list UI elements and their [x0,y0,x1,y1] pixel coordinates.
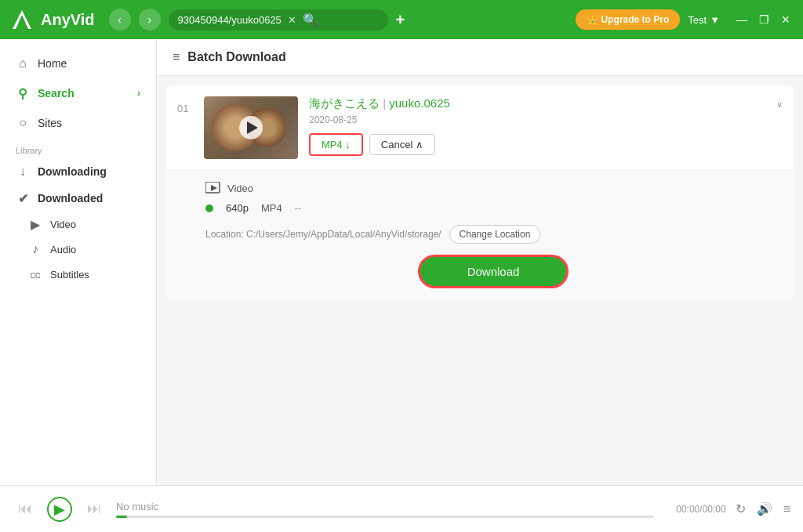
home-icon: ⌂ [16,56,30,71]
nav-back-button[interactable]: ‹ [109,9,131,31]
quality-row[interactable]: 640p MP4 -- [205,202,781,214]
active-tab[interactable]: 930450944/yuuko0625 ✕ 🔍 [169,9,388,31]
batch-icon: ≡ [173,50,180,64]
format-select-button[interactable]: MP4 ↓ [309,133,363,156]
play-button-overlay[interactable] [239,116,263,139]
sidebar-search-label: Search [38,87,74,100]
search-icon: ⚲ [16,86,30,100]
subtitles-icon: ㏄ [28,267,42,281]
upgrade-button[interactable]: 👑 Upgrade to Pro [576,9,681,30]
download-button[interactable]: Download [418,255,569,288]
logo-icon [9,7,35,32]
sidebar-item-search[interactable]: ⚲ Search › [0,78,156,108]
format-dropdown-panel: Video 640p MP4 -- Location: C:/Users/Jem… [166,170,794,301]
nav-forward-button[interactable]: › [139,9,161,31]
maximize-button[interactable]: ❐ [756,12,772,27]
download-button-wrapper: Download [205,255,781,288]
sidebar-sites-label: Sites [38,117,62,129]
media-actions: MP4 ↓ Cancel ∧ [309,133,765,156]
sidebar-subtitles-label: Subtitles [50,269,89,280]
sidebar-item-audio[interactable]: ♪ Audio [0,237,156,262]
logo: AnyVid [9,7,95,32]
media-top-row: 01 海がきこえる | yuuko.0625 [166,85,794,170]
minimize-button[interactable]: — [734,12,750,27]
player-track-title: No music [116,501,654,512]
sidebar-item-video[interactable]: ▶ Video [0,212,156,237]
media-title: 海がきこえる | yuuko.0625 [309,96,765,111]
chevron-down-icon: ▼ [710,14,720,26]
user-menu-button[interactable]: Test ▼ [688,14,720,26]
expand-icon[interactable]: ∨ [776,100,783,110]
dropdown-section-title: Video [205,182,781,194]
title-bar: AnyVid ‹ › 930450944/yuuko0625 ✕ 🔍 + 👑 U… [0,0,803,39]
tab-url: 930450944/yuuko0625 [178,14,282,26]
player-info: No music [116,501,654,518]
sidebar: ⌂ Home ⚲ Search › ○ Sites Library ↓ Down… [0,39,157,485]
player-time: 00:00/00:00 [663,504,726,515]
close-button[interactable]: ✕ [778,12,794,27]
sidebar-item-downloaded[interactable]: ✔ Downloaded [0,185,156,212]
sidebar-item-subtitles[interactable]: ㏄ Subtitles [0,262,156,287]
media-info: 海がきこえる | yuuko.0625 2020-08-25 MP4 ↓ Can… [309,96,765,156]
change-location-button[interactable]: Change Location [449,225,541,244]
video-type-icon [205,182,221,194]
sidebar-downloading-label: Downloading [38,165,107,178]
download-icon: ↓ [16,165,30,179]
sidebar-item-sites[interactable]: ○ Sites [0,108,156,138]
tab-search-button[interactable]: 🔍 [303,13,318,27]
content-header: ≡ Batch Download [157,39,803,76]
thumbnail[interactable] [204,96,298,159]
sidebar-downloaded-label: Downloaded [38,192,103,204]
media-date: 2020-08-25 [309,114,765,125]
main-layout: ⌂ Home ⚲ Search › ○ Sites Library ↓ Down… [0,39,803,485]
quality-label: 640p [226,202,249,214]
app-name: AnyVid [41,11,95,29]
nav-arrow-icon: › [137,88,140,99]
sidebar-video-label: Video [50,219,76,230]
quality-format: MP4 [261,202,282,214]
location-row: Location: C:/Users/Jemy/AppData/Local/An… [205,225,781,244]
player-bar: ⏮ ▶ ⏭ No music 00:00/00:00 ↻ 🔊 ≡ [0,485,803,532]
media-item: 01 海がきこえる | yuuko.0625 [166,85,794,301]
location-text: Location: C:/Users/Jemy/AppData/Local/An… [205,229,441,240]
sidebar-home-label: Home [38,57,67,70]
sidebar-item-home[interactable]: ⌂ Home [0,49,156,78]
player-next-button[interactable]: ⏭ [82,497,107,522]
player-progress-bar[interactable] [116,516,654,518]
cancel-button[interactable]: Cancel ∧ [369,134,435,155]
player-queue-button[interactable]: ≡ [783,501,790,516]
player-volume-button[interactable]: 🔊 [757,501,772,516]
audio-icon: ♪ [28,242,42,256]
crown-icon: 👑 [587,14,598,25]
tab-close-icon[interactable]: ✕ [288,14,296,26]
player-play-button[interactable]: ▶ [47,497,72,522]
play-triangle-icon [247,121,258,134]
window-controls: — ❐ ✕ [734,12,794,27]
quality-selected-dot [205,204,213,212]
svg-marker-3 [211,185,217,191]
library-section-label: Library [0,138,156,158]
sidebar-audio-label: Audio [50,244,76,255]
item-number: 01 [177,103,193,114]
player-progress-fill [116,516,127,518]
player-extra-controls: ↻ 🔊 ≡ [736,501,790,516]
player-prev-button[interactable]: ⏮ [13,497,38,522]
player-repeat-button[interactable]: ↻ [736,501,746,516]
page-title: Batch Download [187,50,285,64]
video-icon: ▶ [28,217,42,231]
content-area: ≡ Batch Download 01 海が [157,39,803,485]
quality-size: -- [295,202,302,214]
sites-icon: ○ [16,116,30,130]
add-tab-button[interactable]: + [396,11,405,29]
check-icon: ✔ [16,191,30,205]
sidebar-item-downloading[interactable]: ↓ Downloading [0,158,156,185]
